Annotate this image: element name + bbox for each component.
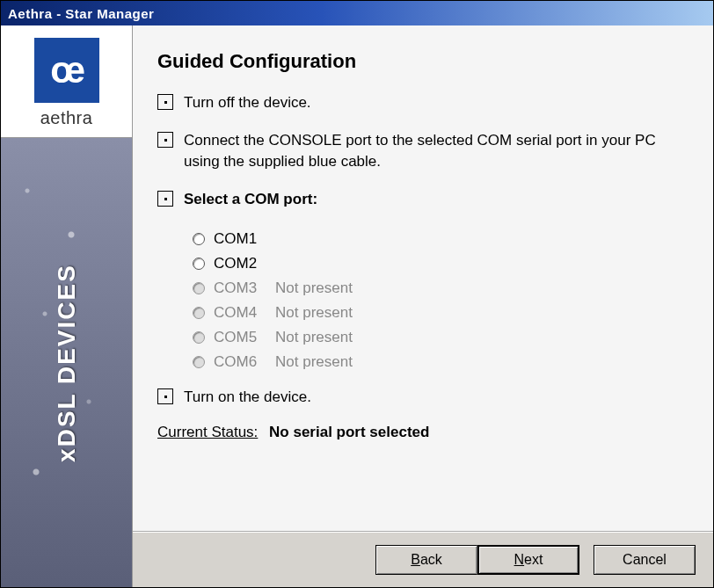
bullet-icon [157,132,173,148]
status-row: Current Status: No serial port selected [157,424,687,441]
radio-icon [193,233,205,245]
radio-com5: COM5 Not present [193,325,687,350]
status-label: Current Status: [157,424,258,440]
step-3-select-com: Select a COM port: [157,189,687,211]
radio-note: Not present [275,279,353,297]
aethra-logo-icon: œ [34,38,99,103]
step-text: Connect the CONSOLE port to the selected… [184,130,687,173]
com-port-radio-group: COM1 COM2 COM3 Not present [193,227,687,374]
radio-label: COM5 [214,329,275,346]
back-button[interactable]: Back [375,545,477,575]
next-button[interactable]: Next [477,545,579,575]
radio-com6: COM6 Not present [193,350,687,374]
logo-text: aethra [10,108,123,128]
radio-icon [193,258,205,270]
step-4: Turn on the device. [157,387,687,409]
label-rest: ack [420,552,442,567]
body-area: œ aethra xDSL DEVICES Guided Configurati… [1,25,713,587]
radio-label: COM2 [214,255,275,272]
bullet-icon [157,388,173,404]
radio-note: Not present [275,353,353,371]
mnemonic: N [514,552,525,567]
radio-note: Not present [275,329,353,346]
step-text: Turn off the device. [184,92,687,114]
radio-com2[interactable]: COM2 [193,251,687,276]
bullet-icon [157,191,173,207]
radio-icon [193,307,205,319]
window-title: Aethra - Star Manager [8,6,154,21]
radio-com1[interactable]: COM1 [193,227,687,251]
label-rest: ext [524,552,543,567]
titlebar[interactable]: Aethra - Star Manager [1,1,713,25]
content-area: Guided Configuration Turn off the device… [133,25,713,531]
sidebar: œ aethra xDSL DEVICES [1,25,133,587]
cancel-button[interactable]: Cancel [594,545,696,575]
status-value: No serial port selected [269,424,429,440]
sidebar-banner-text: xDSL DEVICES [53,264,81,462]
step-text: Turn on the device. [184,387,687,409]
radio-icon [193,356,205,368]
step-1: Turn off the device. [157,92,687,114]
radio-note: Not present [275,304,353,322]
logo-box: œ aethra [1,25,132,138]
radio-label: COM6 [214,353,275,371]
logo-glyph: œ [50,49,83,91]
radio-label: COM4 [214,304,275,322]
page-title: Guided Configuration [157,50,687,73]
radio-com3: COM3 Not present [193,276,687,301]
step-text: Select a COM port: [184,189,687,211]
step-2: Connect the CONSOLE port to the selected… [157,130,687,173]
radio-icon [193,282,205,294]
sidebar-graphic: xDSL DEVICES [1,138,132,587]
app-window: Aethra - Star Manager œ aethra xDSL DEVI… [0,0,714,588]
radio-label: COM1 [214,230,275,248]
bullet-icon [157,94,173,110]
radio-icon [193,331,205,344]
radio-label: COM3 [214,279,275,297]
mnemonic: B [411,552,420,567]
nav-button-pair: Back Next [375,545,579,575]
radio-com4: COM4 Not present [193,301,687,325]
main-panel: Guided Configuration Turn off the device… [133,25,713,587]
button-bar: Back Next Cancel [133,531,713,587]
